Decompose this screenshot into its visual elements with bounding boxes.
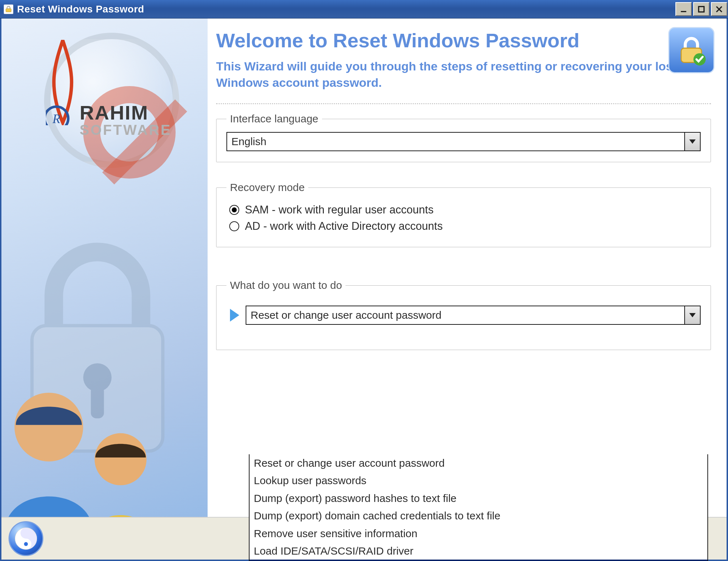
flame-icon: R — [46, 40, 80, 125]
minimize-button[interactable] — [675, 2, 692, 16]
recovery-option-ad[interactable]: AD - work with Active Directory accounts — [229, 220, 701, 233]
page-title: Welcome to Reset Windows Password — [216, 29, 711, 52]
svg-rect-2 — [698, 6, 704, 12]
radio-icon — [229, 221, 239, 231]
maximize-button[interactable] — [693, 2, 710, 16]
action-legend: What do you want to do — [226, 279, 346, 291]
chevron-down-icon[interactable] — [684, 133, 700, 150]
play-icon — [230, 309, 239, 322]
divider — [216, 103, 711, 104]
svg-point-11 — [95, 433, 146, 485]
recovery-option-sam[interactable]: SAM - work with regular user accounts — [229, 203, 701, 216]
recovery-option-label: SAM - work with regular user accounts — [245, 203, 434, 216]
window-buttons — [675, 0, 728, 18]
action-option[interactable]: Restore previously modified password or … — [250, 560, 707, 561]
svg-text:R: R — [52, 112, 60, 125]
window-title: Reset Windows Password — [17, 4, 675, 15]
language-legend: Interface language — [226, 113, 322, 125]
chevron-down-icon[interactable] — [684, 306, 700, 324]
language-group: Interface language English — [216, 113, 711, 162]
app-icon — [4, 4, 14, 14]
action-dropdown[interactable]: Reset or change user account passwordLoo… — [249, 454, 708, 561]
language-combobox[interactable]: English — [226, 132, 701, 151]
action-option[interactable]: Reset or change user account password — [250, 454, 707, 472]
page-subtitle: This Wizard will guide you through the s… — [216, 58, 685, 91]
brand-line2: SOFTWARE — [80, 122, 172, 138]
action-option[interactable]: Dump (export) password hashes to text fi… — [250, 489, 707, 507]
recovery-legend: Recovery mode — [226, 181, 308, 194]
svg-point-10 — [15, 393, 83, 461]
svg-point-17 — [24, 531, 28, 535]
lock-check-icon — [668, 27, 714, 73]
brand-text: RAHIM SOFTWARE — [80, 101, 172, 138]
titlebar: Reset Windows Password — [0, 0, 728, 18]
recovery-group: Recovery mode SAM - work with regular us… — [216, 181, 711, 247]
brand-line1: RAHIM — [80, 101, 172, 124]
svg-marker-15 — [689, 313, 696, 317]
action-option[interactable]: Load IDE/SATA/SCSI/RAID driver — [250, 542, 707, 560]
action-option[interactable]: Dump (export) domain cached credentials … — [250, 507, 707, 524]
svg-rect-0 — [6, 9, 11, 12]
action-group: What do you want to do Reset or change u… — [216, 279, 711, 350]
svg-point-18 — [24, 542, 28, 546]
language-value: English — [227, 133, 684, 150]
radio-icon — [229, 205, 239, 215]
action-value: Reset or change user account password — [246, 306, 684, 324]
action-option[interactable]: Lookup user passwords — [250, 472, 707, 489]
wizard-sidebar: R RAHIM SOFTWARE — [1, 18, 208, 560]
svg-marker-14 — [689, 139, 696, 144]
action-option[interactable]: Remove user sensitive information — [250, 525, 707, 542]
yin-yang-icon[interactable] — [9, 521, 43, 556]
recovery-option-label: AD - work with Active Directory accounts — [245, 220, 443, 233]
action-combobox[interactable]: Reset or change user account password — [246, 306, 701, 325]
close-button[interactable] — [711, 2, 727, 16]
